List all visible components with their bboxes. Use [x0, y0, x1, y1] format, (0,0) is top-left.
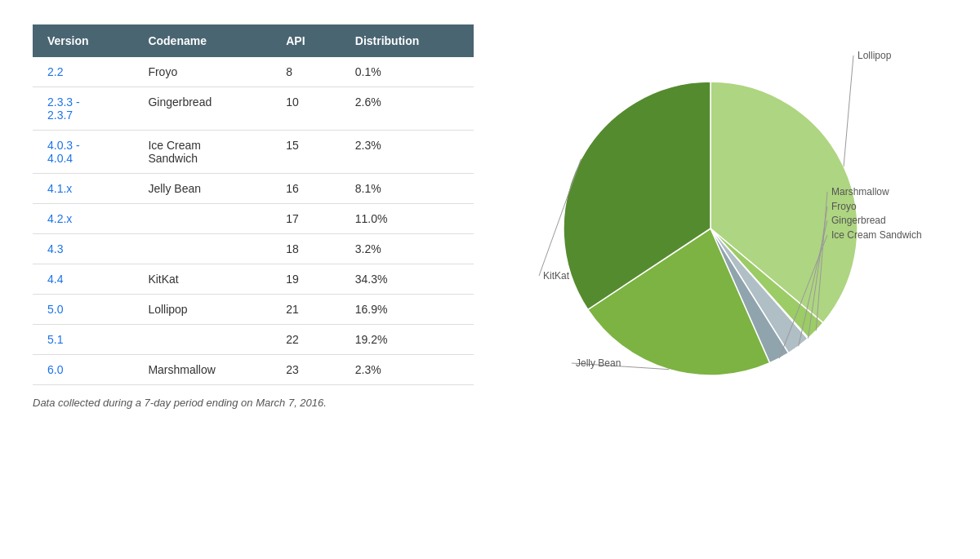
cell-version: 6.0 — [33, 355, 133, 385]
cell-dist: 2.6% — [341, 87, 474, 131]
cell-version: 2.3.3 -2.3.7 — [33, 87, 133, 131]
chart-section: LollipopMarshmallowFroyoGingerbreadIce C… — [523, 24, 947, 441]
label-text-froyo: Froyo — [831, 201, 857, 212]
pie-chart: LollipopMarshmallowFroyoGingerbreadIce C… — [531, 33, 939, 441]
table-row: 2.2 Froyo 8 0.1% — [33, 57, 474, 87]
cell-api: 10 — [271, 87, 341, 131]
label-text-kitkat: KitKat — [543, 270, 570, 282]
table-row: 4.4 KitKat 19 34.3% — [33, 264, 474, 295]
label-text-jelly-bean: Jelly Bean — [576, 357, 621, 369]
cell-dist: 19.2% — [341, 325, 474, 355]
cell-api: 16 — [271, 174, 341, 204]
table-row: 4.1.x Jelly Bean 16 8.1% — [33, 174, 474, 204]
table-row: 5.1 22 19.2% — [33, 325, 474, 355]
label-line-lollipop — [844, 55, 853, 166]
cell-dist: 16.9% — [341, 295, 474, 325]
cell-dist: 8.1% — [341, 174, 474, 204]
table-row: 4.0.3 -4.0.4 Ice CreamSandwich 15 2.3% — [33, 131, 474, 174]
cell-api: 15 — [271, 131, 341, 174]
main-container: Version Codename API Distribution 2.2 Fr… — [33, 24, 947, 441]
cell-api: 19 — [271, 264, 341, 295]
cell-codename — [133, 204, 271, 234]
cell-version: 4.4 — [33, 264, 133, 295]
cell-api: 18 — [271, 234, 341, 264]
cell-dist: 11.0% — [341, 204, 474, 234]
cell-version: 5.1 — [33, 325, 133, 355]
cell-version: 5.0 — [33, 295, 133, 325]
label-text-gingerbread: Gingerbread — [831, 215, 886, 226]
header-version: Version — [33, 24, 133, 57]
cell-codename — [133, 325, 271, 355]
header-codename: Codename — [133, 24, 271, 57]
cell-dist: 0.1% — [341, 57, 474, 87]
cell-version: 4.1.x — [33, 174, 133, 204]
footnote: Data collected during a 7-day period end… — [33, 397, 474, 409]
cell-dist: 3.2% — [341, 234, 474, 264]
distribution-table: Version Codename API Distribution 2.2 Fr… — [33, 24, 474, 385]
header-distribution: Distribution — [341, 24, 474, 57]
cell-api: 17 — [271, 204, 341, 234]
cell-codename: Lollipop — [133, 295, 271, 325]
label-text-ice-cream-sandwich: Ice Cream Sandwich — [831, 229, 922, 241]
cell-codename: Gingerbread — [133, 87, 271, 131]
table-row: 4.3 18 3.2% — [33, 234, 474, 264]
table-row: 4.2.x 17 11.0% — [33, 204, 474, 234]
table-section: Version Codename API Distribution 2.2 Fr… — [33, 24, 474, 409]
cell-version: 4.2.x — [33, 204, 133, 234]
cell-version: 4.3 — [33, 234, 133, 264]
cell-codename — [133, 234, 271, 264]
cell-api: 21 — [271, 295, 341, 325]
label-text-lollipop: Lollipop — [858, 50, 892, 61]
cell-version: 4.0.3 -4.0.4 — [33, 131, 133, 174]
table-row: 5.0 Lollipop 21 16.9% — [33, 295, 474, 325]
cell-codename: KitKat — [133, 264, 271, 295]
cell-api: 22 — [271, 325, 341, 355]
cell-dist: 2.3% — [341, 355, 474, 385]
cell-api: 8 — [271, 57, 341, 87]
cell-codename: Ice CreamSandwich — [133, 131, 271, 174]
table-row: 6.0 Marshmallow 23 2.3% — [33, 355, 474, 385]
cell-codename: Marshmallow — [133, 355, 271, 385]
table-header-row: Version Codename API Distribution — [33, 24, 474, 57]
cell-dist: 2.3% — [341, 131, 474, 174]
cell-codename: Froyo — [133, 57, 271, 87]
cell-dist: 34.3% — [341, 264, 474, 295]
cell-api: 23 — [271, 355, 341, 385]
header-api: API — [271, 24, 341, 57]
table-row: 2.3.3 -2.3.7 Gingerbread 10 2.6% — [33, 87, 474, 131]
cell-codename: Jelly Bean — [133, 174, 271, 204]
label-text-marshmallow: Marshmallow — [831, 186, 889, 197]
cell-version: 2.2 — [33, 57, 133, 87]
